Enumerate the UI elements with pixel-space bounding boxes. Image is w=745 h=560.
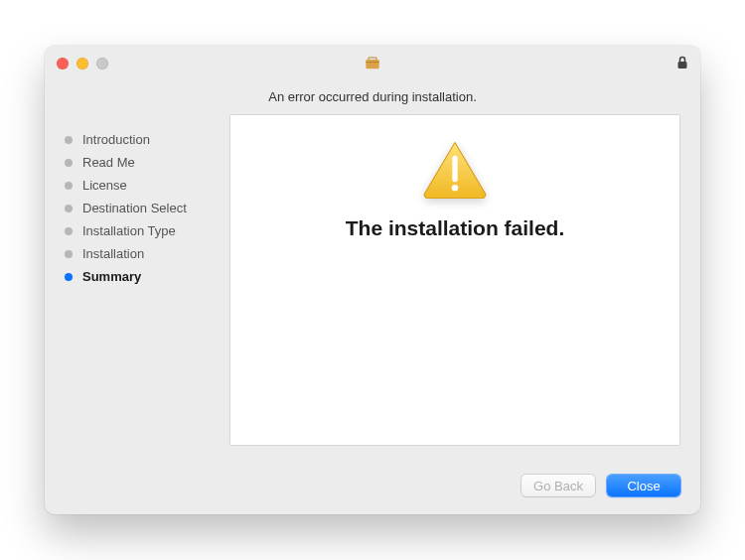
step-destination-select: Destination Select [65,197,229,219]
svg-rect-0 [366,60,378,69]
step-read-me: Read Me [65,151,229,174]
step-license: License [65,174,229,197]
step-sidebar: Introduction Read Me License Destination… [65,114,229,459]
close-button[interactable]: Close [607,475,680,496]
installer-window: An error occurred during installation. I… [45,46,700,514]
step-label: Installation Type [82,223,176,238]
window-minimize-button[interactable] [76,58,88,70]
title-center [365,56,380,71]
step-bullet-icon [65,159,73,167]
step-bullet-icon [65,205,73,212]
footer: Go Back Close [45,459,700,514]
content-panel: The installation failed. [229,114,680,446]
step-installation: Installation [65,242,229,265]
lock-icon [676,56,688,72]
warning-icon [421,139,489,199]
svg-point-2 [452,185,458,191]
step-summary: Summary [65,265,229,288]
subheader-text: An error occurred during installation. [45,81,700,114]
titlebar [45,46,700,81]
step-introduction: Introduction [65,128,229,151]
step-bullet-icon [65,273,73,281]
step-label: Summary [82,269,141,284]
step-label: Read Me [82,155,135,170]
window-zoom-button [96,58,108,70]
svg-rect-1 [678,62,687,69]
step-bullet-icon [65,250,73,258]
package-icon [365,56,380,71]
step-label: Introduction [82,132,150,147]
step-bullet-icon [65,182,73,190]
step-label: Destination Select [82,201,187,215]
step-installation-type: Installation Type [65,219,229,242]
step-label: License [82,178,127,193]
body: Introduction Read Me License Destination… [45,114,700,459]
go-back-button: Go Back [522,475,595,496]
step-label: Installation [82,246,144,261]
step-bullet-icon [65,136,73,144]
step-bullet-icon [65,227,73,235]
traffic-lights [57,58,108,70]
failure-headline: The installation failed. [346,216,565,240]
window-close-button[interactable] [57,58,69,70]
